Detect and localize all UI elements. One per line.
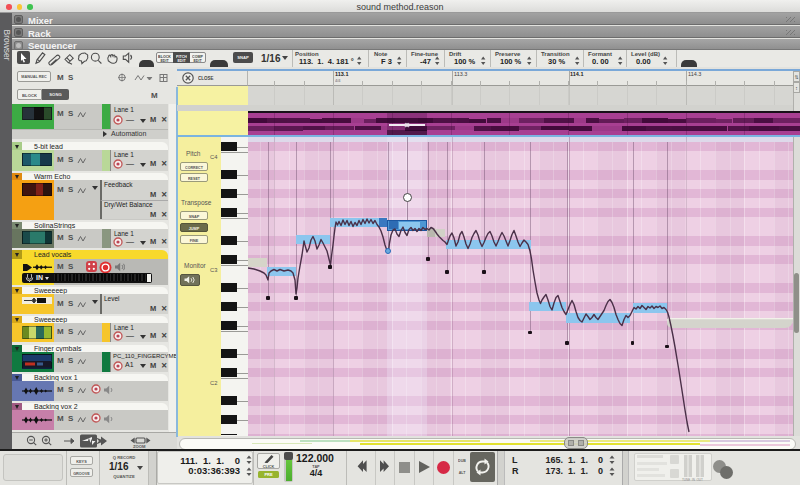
svg-text:ZOOM: ZOOM — [133, 444, 146, 448]
svg-text:TUNE IN OUT: TUNE IN OUT — [682, 478, 703, 481]
